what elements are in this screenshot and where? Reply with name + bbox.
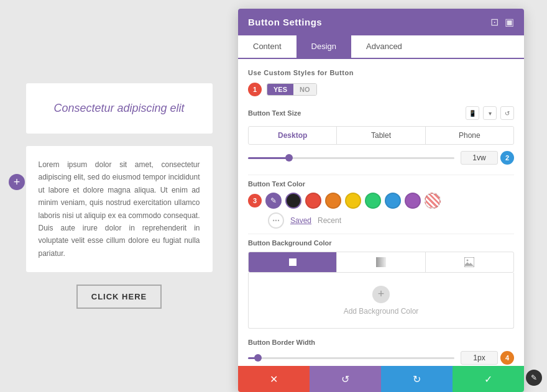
bg-tab-solid[interactable] [249,252,337,272]
color-swatch-green[interactable] [365,193,381,209]
color-row: 3 ✎ [248,193,514,209]
saved-link[interactable]: Saved [290,216,311,225]
panel-footer: ✕ ↺ ↻ ✓ [238,366,524,392]
divider-1 [248,175,514,175]
panel-header-icons: ⊡ ▣ [490,16,514,28]
confirm-button[interactable]: ✓ [453,366,524,392]
border-slider-thumb[interactable] [254,354,262,362]
bg-tab-gradient[interactable] [337,252,425,272]
tab-advanced[interactable]: Advanced [351,35,417,59]
tab-design[interactable]: Design [296,35,351,59]
text-size-phone-icon[interactable]: 📱 [466,106,479,120]
redo-button[interactable]: ↻ [381,366,453,392]
preview-area: Consectetur adipiscing elit Lorem ipsum … [0,0,238,392]
panel-body: Use Custom Styles for Button 1 YES NO Bu… [238,59,524,366]
preview-body-text: Lorem ipsum dolor sit amet, consectetur … [39,158,200,260]
slider-thumb[interactable] [285,154,293,162]
text-size-refresh-icon[interactable]: ↺ [500,106,514,120]
text-size-label: Button Text Size [248,109,461,117]
custom-styles-label: Use Custom Styles for Button [248,69,514,76]
bg-tab-image[interactable] [426,252,513,272]
preview-title: Consectetur adipiscing elit [53,102,184,114]
edit-pencil-icon[interactable]: ✎ [526,370,542,386]
border-slider[interactable] [248,357,454,359]
add-section-button[interactable]: + [9,174,25,190]
toggle-yes[interactable]: YES [267,84,293,95]
cancel-button[interactable]: ✕ [238,366,310,392]
fullscreen-icon[interactable]: ⊡ [490,16,499,28]
color-swatch-yellow[interactable] [345,193,361,209]
border-slider-value[interactable]: 1px [461,351,498,365]
device-tabs: Desktop Tablet Phone [248,126,514,145]
svg-point-2 [467,260,469,262]
bg-color-tabs [248,252,514,273]
toggle-no[interactable]: NO [293,84,316,95]
add-bg-color-box[interactable]: + Add Background Color [248,273,514,329]
text-size-icons: 📱 ▾ ↺ [466,106,514,120]
color-edit-button[interactable]: ✎ [265,193,282,209]
device-tab-desktop[interactable]: Desktop [249,127,337,144]
panel-tabs: Content Design Advanced [238,35,524,59]
device-tab-tablet[interactable]: Tablet [337,127,425,144]
border-slider-row: 1px 4 [248,351,514,365]
settings-panel: Button Settings ⊡ ▣ Content Design Advan… [238,9,524,392]
text-size-slider-row: 1vw 2 [248,151,514,165]
panel-header: Button Settings ⊡ ▣ [238,9,524,35]
slider-value-box: 1vw 2 [461,151,514,165]
border-slider-value-box: 1px 4 [461,351,514,365]
device-tab-phone[interactable]: Phone [426,127,513,144]
bg-color-label: Button Background Color [248,239,514,247]
preview-button-wrapper: CLICK HERE [26,285,213,309]
preview-button[interactable]: CLICK HERE [76,285,162,309]
border-width-row: Button Border Width [248,339,514,346]
border-width-label: Button Border Width [248,339,514,346]
color-swatch-blue[interactable] [385,193,401,209]
badge-3: 3 [248,194,262,207]
color-swatch-purple[interactable] [405,193,421,209]
split-icon[interactable]: ▣ [505,16,514,28]
color-swatch-red[interactable] [305,193,321,209]
recent-link[interactable]: Recent [318,216,341,225]
add-bg-text: Add Background Color [344,307,419,316]
preview-header-card: Consectetur adipiscing elit [26,83,213,134]
text-color-label: Button Text Color [248,180,514,188]
add-bg-plus-icon: + [372,286,390,303]
slider-value[interactable]: 1vw [461,151,498,165]
badge-4: 4 [500,351,514,365]
badge-1: 1 [248,83,262,96]
color-more-button[interactable]: ··· [268,212,284,229]
svg-rect-0 [376,257,386,267]
tab-content[interactable]: Content [238,35,296,59]
text-size-down-icon[interactable]: ▾ [483,106,497,120]
custom-styles-row: 1 YES NO [248,83,514,96]
color-swatch-black[interactable] [285,193,301,209]
text-size-slider[interactable] [248,157,454,159]
text-size-row: Button Text Size 📱 ▾ ↺ [248,106,514,120]
preview-body-card: Lorem ipsum dolor sit amet, consectetur … [26,146,213,272]
custom-styles-toggle[interactable]: YES NO [267,83,317,96]
color-swatch-striped[interactable] [425,193,441,209]
panel-title: Button Settings [248,17,322,27]
undo-button[interactable]: ↺ [310,366,381,392]
divider-2 [248,234,514,234]
color-swatch-orange[interactable] [325,193,341,209]
badge-2: 2 [500,151,514,165]
